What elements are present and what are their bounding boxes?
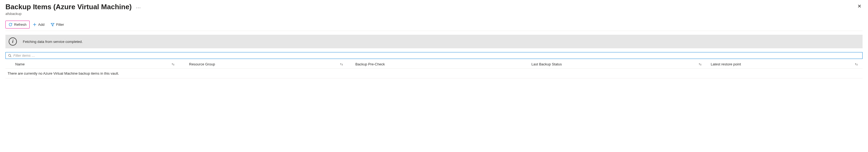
sort-icon[interactable] [340, 63, 343, 66]
refresh-button[interactable]: Refresh [5, 21, 30, 29]
sort-icon[interactable] [171, 63, 175, 66]
column-last-label: Last Backup Status [531, 62, 562, 66]
info-message: Fetching data from service completed. [23, 40, 83, 44]
filter-label: Filter [56, 23, 64, 27]
more-actions-button[interactable]: ··· [136, 3, 141, 10]
close-button[interactable]: ✕ [856, 3, 863, 10]
column-last-backup-status[interactable]: Last Backup Status [527, 62, 706, 66]
info-bar: i Fetching data from service completed. [5, 35, 863, 48]
filter-button[interactable]: Filter [48, 21, 67, 29]
svg-line-3 [10, 56, 11, 57]
column-resource-group[interactable]: Resource Group [179, 62, 348, 66]
column-name[interactable]: Name [5, 62, 179, 66]
info-icon: i [9, 37, 17, 46]
svg-point-2 [8, 54, 10, 56]
toolbar: Refresh Add Filter [5, 21, 863, 31]
table-header: Name Resource Group Backup Pre-Check [5, 60, 863, 69]
refresh-label: Refresh [14, 23, 27, 27]
refresh-icon [8, 23, 12, 27]
filter-icon [51, 23, 55, 27]
filter-input[interactable] [13, 53, 860, 58]
plus-icon [33, 23, 37, 27]
page-title: Backup Items (Azure Virtual Machine) [5, 3, 132, 11]
add-button[interactable]: Add [30, 21, 48, 29]
breadcrumb-subtitle: afsbackup [5, 12, 863, 16]
column-latest-restore-point[interactable]: Latest restore point [706, 62, 863, 66]
search-icon [8, 54, 12, 58]
filter-input-container[interactable] [5, 52, 863, 59]
column-name-label: Name [15, 62, 25, 66]
column-restore-label: Latest restore point [711, 62, 741, 66]
add-label: Add [38, 23, 44, 27]
column-rg-label: Resource Group [189, 62, 215, 66]
empty-state-message: There are currently no Azure Virtual Mac… [5, 69, 863, 78]
column-backup-precheck[interactable]: Backup Pre-Check [348, 62, 527, 66]
sort-icon[interactable] [855, 63, 858, 66]
sort-icon[interactable] [698, 63, 702, 66]
column-precheck-label: Backup Pre-Check [355, 62, 385, 66]
